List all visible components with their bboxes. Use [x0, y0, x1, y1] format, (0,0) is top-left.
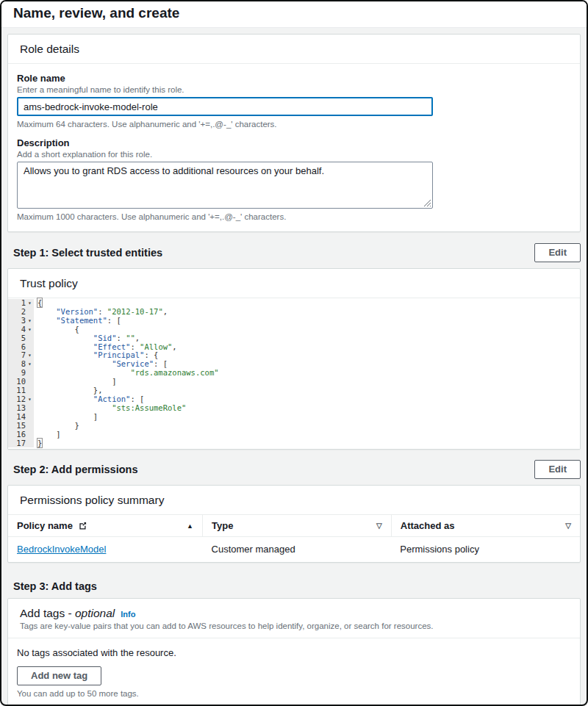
step1-edit-button[interactable]: Edit	[534, 243, 581, 262]
trust-policy-card: Trust policy 1▾{2 "Version": "2012-10-17…	[7, 268, 581, 450]
step2-edit-button[interactable]: Edit	[534, 460, 581, 479]
add-tags-card-header: Add tags - optionalInfo Tags are key-val…	[8, 599, 580, 638]
role-details-card-body: Role name Enter a meaningful name to ide…	[8, 64, 580, 231]
code-fold-spacer	[26, 386, 34, 395]
permissions-table-header-row: Policy name ▲ Type	[8, 515, 580, 537]
role-details-card: Role details Role name Enter a meaningfu…	[7, 34, 581, 232]
step2-heading: Step 2: Add permissions	[13, 464, 137, 475]
code-fold-icon[interactable]: ▾	[26, 360, 34, 369]
line-number: 3	[8, 317, 26, 325]
code-fold-icon[interactable]: ▾	[26, 395, 34, 404]
role-details-card-title: Role details	[8, 35, 580, 64]
role-name-label: Role name	[17, 73, 571, 84]
step3-row: Step 3: Add tags	[13, 580, 581, 592]
code-fold-spacer	[26, 308, 34, 317]
column-header-policy-name[interactable]: Policy name ▲	[8, 515, 203, 537]
code-text: ]	[34, 431, 61, 439]
line-number: 17	[8, 439, 26, 448]
code-fold-icon[interactable]: ▾	[26, 325, 34, 334]
description-description: Add a short explanation for this role.	[17, 150, 571, 159]
attached-as-column-label: Attached as	[401, 520, 455, 531]
column-header-type[interactable]: Type ▽	[203, 515, 392, 537]
sort-ascending-icon[interactable]: ▲	[187, 522, 193, 530]
description-textarea[interactable]: Allows you to grant RDS access to additi…	[17, 162, 433, 209]
code-fold-spacer	[26, 378, 34, 386]
permissions-summary-card: Permissions policy summary Policy name ▲	[7, 485, 581, 563]
filter-icon[interactable]: ▽	[376, 522, 382, 530]
no-tags-text: No tags associated with the resource.	[17, 647, 571, 658]
description-constraint: Maximum 1000 characters. Use alphanumeri…	[17, 212, 571, 221]
policy-name-link[interactable]: BedrockInvokeModel	[17, 544, 106, 555]
code-text: }	[34, 439, 42, 448]
trust-policy-editor: 1▾{2 "Version": "2012-10-17",3▾ "Stateme…	[8, 298, 580, 449]
step2-row: Step 2: Add permissions Edit	[13, 460, 581, 479]
external-link-icon	[79, 522, 87, 530]
line-number: 14	[8, 413, 26, 422]
code-line: 15 }	[8, 422, 580, 431]
add-new-tag-button[interactable]: Add new tag	[17, 666, 101, 685]
role-name-description: Enter a meaningful name to identify this…	[17, 85, 571, 94]
code-fold-icon[interactable]: ▾	[26, 351, 34, 360]
code-fold-spacer	[26, 334, 34, 343]
description-label: Description	[17, 137, 571, 148]
line-number: 5	[8, 334, 26, 343]
filter-icon[interactable]: ▽	[565, 522, 571, 530]
code-fold-spacer	[26, 431, 34, 439]
policy-type-cell: Customer managed	[203, 537, 392, 563]
permissions-summary-card-title: Permissions policy summary	[8, 486, 580, 515]
tag-limit-text: You can add up to 50 more tags.	[17, 689, 571, 698]
add-tags-card: Add tags - optionalInfo Tags are key-val…	[7, 598, 581, 706]
role-name-constraint: Maximum 64 characters. Use alphanumeric …	[17, 120, 571, 129]
line-number: 16	[8, 431, 26, 439]
code-fold-spacer	[26, 369, 34, 378]
column-header-attached-as[interactable]: Attached as ▽	[391, 515, 580, 537]
table-row: BedrockInvokeModel Customer managed Perm…	[8, 537, 580, 563]
policy-name-column-label: Policy name	[17, 520, 73, 531]
code-fold-spacer	[26, 343, 34, 352]
code-fold-icon[interactable]: ▾	[26, 299, 34, 308]
step3-heading: Step 3: Add tags	[13, 580, 97, 592]
code-line: 17}	[8, 439, 580, 448]
page-title: Name, review, and create	[1, 1, 587, 28]
line-number: 13	[8, 404, 26, 413]
code-fold-spacer	[26, 439, 34, 448]
code-fold-spacer	[26, 422, 34, 431]
add-tags-title: Add tags - optionalInfo	[20, 607, 135, 619]
add-tags-card-body: No tags associated with the resource. Ad…	[8, 638, 580, 706]
line-number: 4	[8, 325, 26, 334]
code-line: 14 ]	[8, 413, 580, 422]
description-textarea-wrap: Allows you to grant RDS access to additi…	[17, 162, 433, 209]
add-tags-description: Tags are key-value pairs that you can ad…	[20, 622, 568, 630]
code-fold-spacer	[26, 413, 34, 422]
permissions-table: Policy name ▲ Type	[8, 515, 580, 562]
code-line: 3▾ "Statement": [	[8, 317, 580, 325]
attached-as-cell: Permissions policy	[391, 537, 580, 563]
line-number: 15	[8, 422, 26, 431]
role-name-input[interactable]	[17, 97, 433, 116]
step1-heading: Step 1: Select trusted entities	[13, 247, 162, 259]
code-fold-icon[interactable]: ▾	[26, 317, 34, 325]
step1-row: Step 1: Select trusted entities Edit	[13, 243, 581, 262]
code-fold-spacer	[26, 404, 34, 413]
optional-label: optional	[75, 607, 115, 619]
trust-policy-card-title: Trust policy	[8, 269, 580, 298]
info-link[interactable]: Info	[121, 610, 135, 619]
page: Name, review, and create Role details Ro…	[0, 0, 588, 706]
code-line: 16 ]	[8, 431, 580, 439]
type-column-label: Type	[212, 520, 233, 531]
